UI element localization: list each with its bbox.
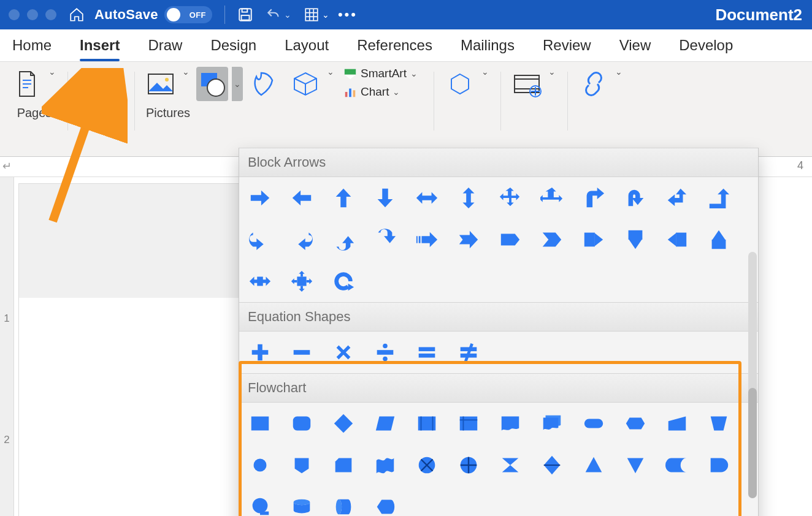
shape-flow-sequential-access[interactable] [248,495,272,516]
shapes-panel-scrollbar-thumb[interactable] [748,388,757,498]
link-dropdown[interactable]: ⌄ [613,67,624,77]
tab-insert[interactable]: Insert [80,33,120,58]
tab-design[interactable]: Design [210,33,256,58]
shape-flow-magnetic-disk[interactable] [289,495,314,516]
undo-icon[interactable]: ⌄ [266,7,291,23]
shape-flow-stored-data[interactable] [665,453,689,477]
tab-view[interactable]: View [619,33,651,58]
tab-layout[interactable]: Layout [285,33,329,58]
shape-flow-punched-tape[interactable] [373,453,397,477]
shape-flow-alternate-process[interactable] [289,411,314,436]
shape-bent-arrow[interactable] [581,186,606,210]
shape-equal[interactable] [415,340,439,365]
autosave-toggle[interactable]: OFF [164,6,212,23]
shape-left-arrow[interactable] [289,186,314,210]
home-icon[interactable] [69,7,85,23]
shape-flow-extract[interactable] [581,453,606,477]
shape-left-up-arrow[interactable] [665,186,689,210]
pages-dropdown[interactable]: ⌄ [47,67,58,77]
save-icon[interactable] [237,7,253,23]
shape-plus[interactable] [248,340,272,365]
shape-up-arrow[interactable] [331,186,356,210]
online-video-dropdown[interactable]: ⌄ [546,67,557,77]
minimize-window-button[interactable] [27,9,38,20]
link-button[interactable] [578,67,610,101]
shape-flow-data[interactable] [373,411,397,436]
smartart-button[interactable]: SmartArt ⌄ [343,67,418,80]
chart-button[interactable]: Chart ⌄ [343,85,418,99]
shape-pentagon-arrow[interactable] [498,227,523,252]
shape-curved-right-arrow[interactable] [248,227,272,252]
shape-notched-right-arrow[interactable] [456,227,481,252]
shape-up-arrow-callout[interactable] [707,227,731,252]
shape-left-right-arrow[interactable] [415,186,439,210]
shape-quad-arrow-callout[interactable] [289,269,314,294]
tab-references[interactable]: References [357,33,432,58]
more-icon[interactable]: ••• [338,7,358,23]
addins-dropdown[interactable]: ⌄ [480,67,491,77]
addins-button[interactable] [444,67,476,101]
shape-chevron-arrow[interactable] [540,227,564,252]
shape-flow-direct-access[interactable] [331,495,356,516]
shape-not-equal[interactable] [456,340,481,365]
shape-flow-preparation[interactable] [623,411,648,436]
shape-flow-manual-operation[interactable] [707,411,731,436]
shapes-dropdown[interactable]: ⌄ [232,67,243,101]
shape-multiply[interactable] [331,340,356,365]
shape-minus[interactable] [289,340,314,365]
shape-right-arrow-callout[interactable] [581,227,606,252]
document-page[interactable] [18,183,240,516]
table-dropdown[interactable]: ⌄ [113,67,124,77]
shape-flow-connector[interactable] [248,453,272,477]
shape-flow-or[interactable] [456,453,481,477]
shape-division[interactable] [373,340,397,365]
pictures-dropdown[interactable]: ⌄ [180,67,191,77]
shape-striped-right-arrow[interactable] [415,227,439,252]
close-window-button[interactable] [9,9,20,20]
icons-button[interactable] [250,67,282,101]
shape-uturn-arrow[interactable] [623,186,648,210]
pages-button[interactable] [11,67,43,101]
tab-draw[interactable]: Draw [148,33,182,58]
shape-flow-multidocument[interactable] [540,411,564,436]
tab-mailings[interactable]: Mailings [461,33,515,58]
3d-models-button[interactable] [289,67,321,101]
shape-flow-terminator[interactable] [581,411,606,436]
shape-flow-manual-input[interactable] [665,411,689,436]
shape-flow-merge[interactable] [623,453,648,477]
shape-flow-predefined-process[interactable] [415,411,439,436]
shape-quad-arrow[interactable] [498,186,523,210]
shape-left-arrow-callout[interactable] [665,227,689,252]
shape-flow-display[interactable] [373,495,397,516]
tab-developer[interactable]: Develop [679,33,733,58]
tab-home[interactable]: Home [12,33,52,58]
shape-left-right-up-arrow[interactable] [540,186,564,210]
shape-left-right-arrow-callout[interactable] [248,269,272,294]
shape-curved-down-arrow[interactable] [373,227,397,252]
shape-bent-up-arrow[interactable] [707,186,731,210]
table-button[interactable] [78,67,110,101]
shape-curved-up-arrow[interactable] [331,227,356,252]
shape-down-arrow-callout[interactable] [623,227,648,252]
tab-review[interactable]: Review [543,33,591,58]
maximize-window-button[interactable] [45,9,56,20]
shape-flow-summing-junction[interactable] [415,453,439,477]
shape-flow-decision[interactable] [331,411,356,436]
shape-flow-offpage-connector[interactable] [289,453,314,477]
shape-flow-process[interactable] [248,411,272,436]
3d-models-dropdown[interactable]: ⌄ [325,67,336,77]
online-video-button[interactable] [511,67,543,101]
pictures-button[interactable] [145,67,177,101]
shape-down-arrow[interactable] [373,186,397,210]
shape-flow-collate[interactable] [498,453,523,477]
shape-flow-card[interactable] [331,453,356,477]
shape-flow-document[interactable] [498,411,523,436]
shape-curved-left-arrow[interactable] [289,227,314,252]
shape-flow-delay[interactable] [707,453,731,477]
shape-right-arrow[interactable] [248,186,272,210]
shape-circular-arrow[interactable] [331,269,356,294]
shape-flow-sort[interactable] [540,453,564,477]
shapes-button[interactable] [196,67,228,101]
shape-flow-internal-storage[interactable] [456,411,481,436]
table-quick-icon[interactable]: ⌄ [304,7,329,23]
